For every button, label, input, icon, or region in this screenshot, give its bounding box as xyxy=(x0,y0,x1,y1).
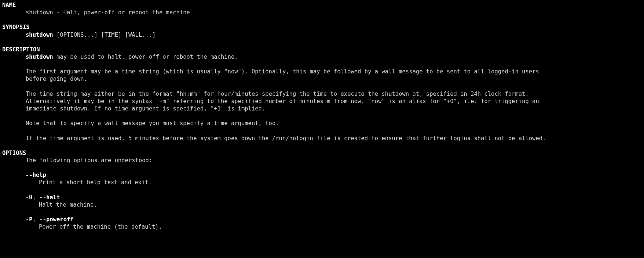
option-poweroff-sep: , xyxy=(33,216,40,223)
options-intro: The following options are understood: xyxy=(2,157,642,164)
description-p2a: The first argument may be a time string … xyxy=(2,68,642,75)
synopsis-line: shutdown [OPTIONS...] [TIME] [WALL...] xyxy=(2,31,642,39)
option-halt-desc: Halt the machine. xyxy=(2,201,642,208)
section-header-options: OPTIONS xyxy=(2,149,642,157)
option-poweroff-desc: Power-off the machine (the default). xyxy=(2,223,642,230)
section-header-synopsis: SYNOPSIS xyxy=(2,23,642,31)
section-header-description: DESCRIPTION xyxy=(2,46,642,53)
description-p4: Note that to specify a wall message you … xyxy=(2,120,642,127)
description-lead-rest: may be used to halt, power-off or reboot… xyxy=(53,54,238,60)
synopsis-args: [OPTIONS...] [TIME] [WALL...] xyxy=(53,32,156,38)
option-halt-short: -H xyxy=(26,194,33,201)
option-poweroff-short: -P xyxy=(26,216,33,223)
description-p3c: immediate shutdown. If no time argument … xyxy=(2,105,642,112)
description-p2b: before going down. xyxy=(2,75,642,83)
description-p3a: The time string may either be in the for… xyxy=(2,90,642,98)
option-halt-sep: , xyxy=(33,194,40,201)
synopsis-command: shutdown xyxy=(26,32,53,38)
option-halt-long: --halt xyxy=(39,194,60,201)
description-lead: shutdown may be used to halt, power-off … xyxy=(2,53,642,61)
option-poweroff-long: --poweroff xyxy=(39,216,73,223)
option-help-desc: Print a short help text and exit. xyxy=(2,179,642,186)
name-line: shutdown - Halt, power-off or reboot the… xyxy=(2,9,642,16)
option-help-flag: --help xyxy=(2,171,642,179)
option-poweroff-flags: -P, --poweroff xyxy=(2,216,642,223)
description-p5: If the time argument is used, 5 minutes … xyxy=(2,135,642,142)
man-page: NAME shutdown - Halt, power-off or reboo… xyxy=(0,0,644,238)
option-help-flag-text: --help xyxy=(26,172,46,178)
description-command: shutdown xyxy=(26,54,53,60)
option-halt-flags: -H, --halt xyxy=(2,194,642,201)
section-header-name: NAME xyxy=(2,1,642,9)
description-p3b: Alternatively it may be in the syntax "+… xyxy=(2,98,642,105)
